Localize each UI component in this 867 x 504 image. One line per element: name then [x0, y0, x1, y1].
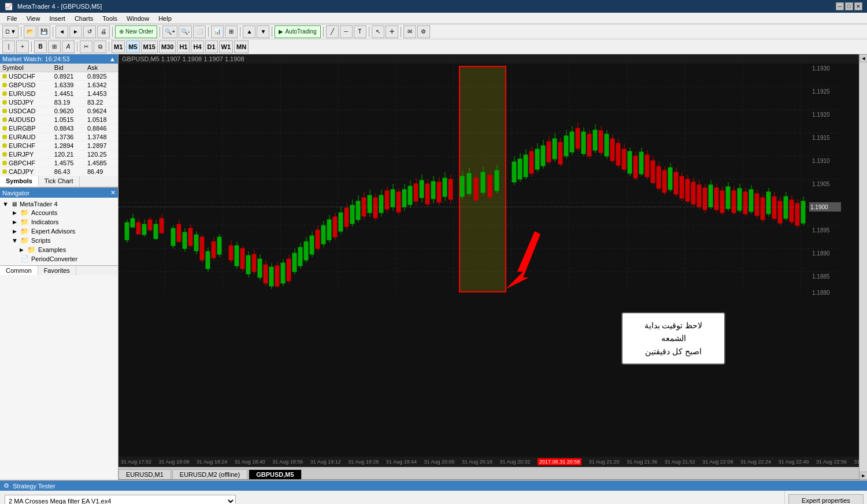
- chart-tab-gbpusd-m5[interactable]: GBPUSD,M5: [249, 469, 301, 479]
- new-order-button[interactable]: ⊕ New Order: [115, 25, 157, 38]
- period-down-button[interactable]: ▼: [257, 25, 269, 38]
- tab-favorites[interactable]: Favorites: [38, 266, 76, 275]
- table-row[interactable]: EURJPY 120.21 120.25: [0, 150, 118, 159]
- autotrading-button[interactable]: ▶ AutoTrading: [275, 25, 320, 38]
- tf-m15[interactable]: M15: [141, 40, 158, 53]
- nav-indicators[interactable]: ► 📁 Indicators: [2, 217, 116, 227]
- svg-rect-136: [467, 173, 471, 194]
- table-row[interactable]: USDCAD 0.9620 0.9624: [0, 107, 118, 116]
- menu-charts[interactable]: Charts: [70, 14, 98, 23]
- tab-symbols[interactable]: Symbols: [0, 176, 39, 187]
- tf-m30[interactable]: M30: [159, 40, 176, 53]
- market-ask-cell: 1.4585: [85, 159, 118, 168]
- tf-h4[interactable]: H4: [191, 40, 203, 53]
- hline-button2[interactable]: +: [16, 40, 29, 53]
- tf-m5[interactable]: M5: [126, 40, 139, 53]
- ea-dropdown[interactable]: 2 MA Crosses Mega filter EA V1.ex4: [5, 495, 236, 504]
- autotrading-icon: ▶: [279, 28, 283, 35]
- save-button[interactable]: 💾: [38, 25, 50, 38]
- annotation-line1: لاحظ توقيت بداية الشمعه: [632, 319, 715, 345]
- sep1: [21, 27, 21, 37]
- print-button[interactable]: 🖨: [97, 25, 110, 38]
- expert-properties-button[interactable]: Expert properties: [788, 494, 864, 504]
- nav-metatrader4[interactable]: ▼ 🖥 MetaTrader 4: [2, 200, 116, 208]
- menu-insert[interactable]: Insert: [45, 14, 70, 23]
- cut-button[interactable]: ✂: [80, 40, 92, 53]
- close-button[interactable]: ✕: [854, 2, 862, 10]
- nav-accounts[interactable]: ► 📁 Accounts: [2, 208, 116, 217]
- table-row[interactable]: GBPCHF 1.4575 1.4585: [0, 159, 118, 168]
- nav-examples[interactable]: ► 📁 Examples: [2, 245, 116, 254]
- maximize-button[interactable]: □: [845, 2, 853, 10]
- line-tool[interactable]: ╱: [326, 25, 339, 38]
- refresh-button[interactable]: ↺: [83, 25, 96, 38]
- right-scroll-up[interactable]: ◄: [859, 54, 867, 62]
- tf-w1[interactable]: W1: [219, 40, 234, 53]
- nav-scripts[interactable]: ▼ 📁 Scripts: [2, 236, 116, 245]
- chart-tab-eurusd-m1[interactable]: EURUSD,M1: [118, 469, 171, 479]
- col-symbol: Symbol: [0, 64, 52, 72]
- italic-button[interactable]: A: [62, 40, 75, 53]
- settings-button[interactable]: ⚙: [417, 25, 430, 38]
- nav-expert-advisors[interactable]: ► 📁 Expert Advisors: [2, 227, 116, 236]
- chart-tab-eurusd-m2[interactable]: EURUSD,M2 (offline): [172, 469, 247, 479]
- minimize-button[interactable]: ─: [836, 2, 844, 10]
- table-row[interactable]: AUDUSD 1.0515 1.0518: [0, 116, 118, 124]
- table-row[interactable]: EURUSD 1.4451 1.4453: [0, 90, 118, 98]
- text-tool[interactable]: T: [354, 25, 366, 38]
- copy-button[interactable]: ⧉: [94, 40, 106, 53]
- table-button[interactable]: ⊞: [48, 40, 61, 53]
- chart-type-button[interactable]: ⬜: [193, 25, 206, 38]
- cursor-tool[interactable]: ↖: [372, 25, 384, 38]
- market-ask-cell: 120.25: [85, 150, 118, 159]
- menu-window[interactable]: Window: [122, 14, 154, 23]
- nav-period-converter[interactable]: 📄 PeriodConverter: [2, 254, 116, 263]
- table-row[interactable]: USDCHF 0.8921 0.8925: [0, 72, 118, 81]
- menu-file[interactable]: File: [2, 14, 22, 23]
- table-row[interactable]: USDJPY 83.19 83.22: [0, 98, 118, 107]
- tf-mn[interactable]: MN: [234, 40, 249, 53]
- mail-button[interactable]: ✉: [403, 25, 416, 38]
- menu-tools[interactable]: Tools: [98, 14, 122, 23]
- tf-d1[interactable]: D1: [205, 40, 218, 53]
- bold-button[interactable]: B: [34, 40, 47, 53]
- right-scroll-down[interactable]: ►: [859, 472, 867, 480]
- time-axis-labels: 31 Aug 17:52 31 Aug 18:08 31 Aug 18:24 3…: [121, 459, 859, 465]
- market-ask-cell: 1.0518: [85, 116, 118, 124]
- navigator-close[interactable]: ✕: [110, 189, 116, 197]
- menu-view[interactable]: View: [22, 14, 45, 23]
- tf-m1[interactable]: M1: [112, 40, 125, 53]
- open-button[interactable]: 📂: [24, 25, 36, 38]
- strategy-tester-icon: ⚙: [3, 482, 9, 490]
- market-bid-cell: 1.0515: [52, 116, 85, 124]
- new-button[interactable]: 🗋▼: [2, 25, 18, 38]
- table-row[interactable]: EURAUD 1.3736 1.3748: [0, 133, 118, 142]
- table-row[interactable]: EURGBP 0.8843 0.8846: [0, 124, 118, 133]
- market-bid-cell: 1.4451: [52, 90, 85, 98]
- chart-shift-button[interactable]: ⊞: [225, 25, 238, 38]
- line-button[interactable]: |: [2, 40, 15, 53]
- table-row[interactable]: GBPUSD 1.6339 1.6342: [0, 81, 118, 90]
- status-dot: [2, 152, 7, 157]
- period-up-button[interactable]: ▲: [243, 25, 255, 38]
- table-row[interactable]: CADJPY 86.43 86.49: [0, 168, 118, 176]
- sep8: [323, 27, 324, 37]
- table-row[interactable]: EURCHF 1.2894 1.2897: [0, 142, 118, 150]
- tab-common[interactable]: Common: [0, 266, 38, 275]
- zoom-in-button[interactable]: 🔍+: [162, 25, 177, 38]
- market-bid-cell: 1.2894: [52, 142, 85, 150]
- crosshair-tool[interactable]: ✛: [386, 25, 398, 38]
- zoom-out-button[interactable]: 🔍-: [179, 25, 192, 38]
- forward-button[interactable]: ►: [69, 25, 82, 38]
- indicators-button[interactable]: 📊: [211, 25, 224, 38]
- back-button[interactable]: ◄: [55, 25, 68, 38]
- menu-help[interactable]: Help: [154, 14, 176, 23]
- svg-rect-146: [512, 162, 516, 182]
- chart-canvas[interactable]: 1.1930 1.1925 1.1920 1.1915 1.1910 1.190…: [118, 64, 859, 457]
- svg-rect-142: [488, 175, 492, 197]
- hline-tool[interactable]: ─: [340, 25, 353, 38]
- market-bid-cell: 0.9620: [52, 107, 85, 116]
- tab-tick-chart[interactable]: Tick Chart: [39, 176, 80, 187]
- tf-h1[interactable]: H1: [177, 40, 190, 53]
- status-dot: [2, 169, 7, 174]
